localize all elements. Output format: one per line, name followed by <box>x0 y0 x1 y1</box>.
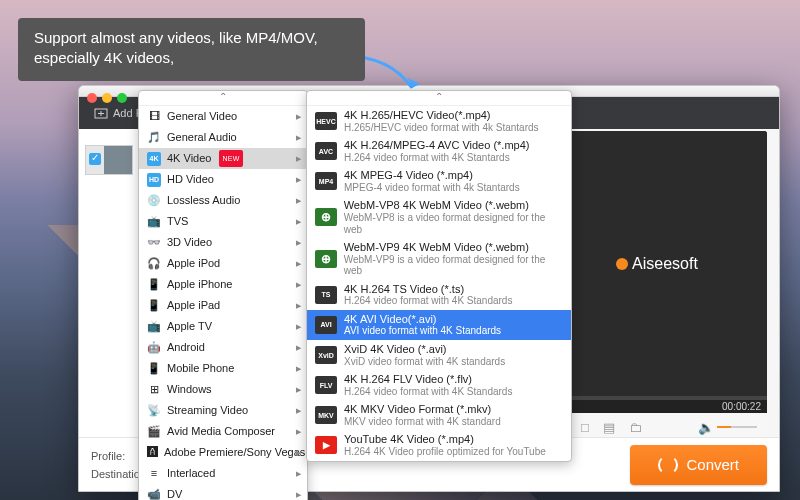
format-item[interactable]: TS4K H.264 TS Video (*.ts)H.264 video fo… <box>307 280 571 310</box>
add-file-icon <box>94 106 108 120</box>
category-item[interactable]: ≡Interlaced <box>139 463 307 484</box>
category-icon: 🎵 <box>147 131 161 145</box>
category-icon: 📹 <box>147 488 161 501</box>
category-label: Apple iPod <box>167 255 220 272</box>
category-icon: 📡 <box>147 404 161 418</box>
category-item[interactable]: HDHD Video <box>139 169 307 190</box>
scroll-up-button[interactable]: ⌃ <box>139 91 307 106</box>
category-icon: 🤖 <box>147 341 161 355</box>
category-item[interactable]: ⊞Windows <box>139 379 307 400</box>
format-desc: H.264 video format with 4K Standards <box>344 295 512 307</box>
stop-icon[interactable]: □ <box>581 420 589 435</box>
category-label: General Video <box>167 108 237 125</box>
video-thumbnail[interactable] <box>85 145 133 175</box>
format-icon: AVI <box>315 316 337 334</box>
zoom-icon[interactable] <box>117 93 127 103</box>
format-item[interactable]: ▶YouTube 4K Video (*.mp4)H.264 4K Video … <box>307 430 571 460</box>
category-label: Mobile Phone <box>167 360 234 377</box>
category-label: Adobe Premiere/Sony Vegas <box>164 444 305 461</box>
category-item[interactable]: 📺TVS <box>139 211 307 232</box>
folder-icon[interactable]: 🗀 <box>629 420 642 435</box>
format-item[interactable]: ⊕WebM-VP9 4K WebM Video (*.webm)WebM-VP9… <box>307 238 571 280</box>
format-submenu[interactable]: ⌃ HEVC4K H.265/HEVC Video(*.mp4)H.265/HE… <box>306 90 572 462</box>
new-badge: NEW <box>219 150 242 167</box>
format-desc: MPEG-4 video format with 4k Stantards <box>344 182 520 194</box>
format-title: 4K H.265/HEVC Video(*.mp4) <box>344 109 539 122</box>
format-text: YouTube 4K Video (*.mp4)H.264 4K Video p… <box>344 433 546 457</box>
format-text: 4K H.264/MPEG-4 AVC Video (*.mp4)H.264 v… <box>344 139 529 163</box>
format-icon: MKV <box>315 406 337 424</box>
check-icon[interactable] <box>89 153 101 165</box>
volume-control[interactable]: 🔈 <box>698 420 757 435</box>
format-text: 4K MKV Video Format (*.mkv)MKV video for… <box>344 403 501 427</box>
format-item[interactable]: HEVC4K H.265/HEVC Video(*.mp4)H.265/HEVC… <box>307 106 571 136</box>
category-icon: 📱 <box>147 299 161 313</box>
convert-button[interactable]: Convert <box>630 445 767 485</box>
category-label: Apple TV <box>167 318 212 335</box>
category-label: Lossless Audio <box>167 192 240 209</box>
category-item[interactable]: 📱Mobile Phone <box>139 358 307 379</box>
category-item[interactable]: 🎵General Audio <box>139 127 307 148</box>
format-desc: WebM-VP8 is a video format designed for … <box>344 212 563 235</box>
category-item[interactable]: 🎧Apple iPod <box>139 253 307 274</box>
category-item[interactable]: 🎬Avid Media Composer <box>139 421 307 442</box>
category-item[interactable]: 👓3D Video <box>139 232 307 253</box>
format-item[interactable]: AVC4K H.264/MPEG-4 AVC Video (*.mp4)H.26… <box>307 136 571 166</box>
category-item[interactable]: 📱Apple iPhone <box>139 274 307 295</box>
format-title: YouTube 4K Video (*.mp4) <box>344 433 546 446</box>
category-label: HD Video <box>167 171 214 188</box>
format-item[interactable]: ⊕WebM-VP8 4K WebM Video (*.webm)WebM-VP8… <box>307 196 571 238</box>
category-item[interactable]: 📡Streaming Video <box>139 400 307 421</box>
profile-label: Profile: <box>91 450 125 462</box>
format-icon: HEVC <box>315 112 337 130</box>
format-text: 4K MPEG-4 Video (*.mp4)MPEG-4 video form… <box>344 169 520 193</box>
svg-rect-4 <box>717 426 731 428</box>
category-menu[interactable]: ⌃ 🎞General Video🎵General Audio4K4K Video… <box>138 90 308 500</box>
youtube-icon: ▶ <box>315 436 337 454</box>
category-item[interactable]: 🎞General Video <box>139 106 307 127</box>
format-title: XviD 4K Video (*.avi) <box>344 343 505 356</box>
format-desc: H.264 video format with 4K Stantards <box>344 152 529 164</box>
minimize-icon[interactable] <box>102 93 112 103</box>
progress-bar[interactable] <box>547 396 767 400</box>
category-item[interactable]: 4K4K VideoNEW <box>139 148 307 169</box>
category-icon: 🎞 <box>147 110 161 124</box>
category-label: Avid Media Composer <box>167 423 275 440</box>
format-item[interactable]: AVI4K AVI Video(*.avi)AVI video format w… <box>307 310 571 340</box>
category-label: Interlaced <box>167 465 215 482</box>
category-label: 4K Video <box>167 150 211 167</box>
format-text: WebM-VP9 4K WebM Video (*.webm)WebM-VP9 … <box>344 241 563 277</box>
category-item[interactable]: 🅰Adobe Premiere/Sony Vegas <box>139 442 307 463</box>
format-text: WebM-VP8 4K WebM Video (*.webm)WebM-VP8 … <box>344 199 563 235</box>
feature-callout: Support almost any videos, like MP4/MOV,… <box>18 18 365 81</box>
category-label: Apple iPad <box>167 297 220 314</box>
format-icon: XviD <box>315 346 337 364</box>
category-item[interactable]: 📱Apple iPad <box>139 295 307 316</box>
category-label: DV <box>167 486 182 500</box>
category-icon: ≡ <box>147 467 161 481</box>
category-item[interactable]: 🤖Android <box>139 337 307 358</box>
close-icon[interactable] <box>87 93 97 103</box>
category-label: Windows <box>167 381 212 398</box>
category-icon: ⊞ <box>147 383 161 397</box>
convert-label: Convert <box>686 456 739 473</box>
category-item[interactable]: 📹DV <box>139 484 307 500</box>
format-title: 4K H.264/MPEG-4 AVC Video (*.mp4) <box>344 139 529 152</box>
chevron-up-icon: ⌃ <box>219 91 227 102</box>
category-icon: 📱 <box>147 278 161 292</box>
snapshot-icon[interactable]: ▤ <box>603 420 615 435</box>
category-item[interactable]: 📺Apple TV <box>139 316 307 337</box>
format-item[interactable]: MKV4K MKV Video Format (*.mkv)MKV video … <box>307 400 571 430</box>
scroll-up-button[interactable]: ⌃ <box>307 91 571 106</box>
format-title: 4K AVI Video(*.avi) <box>344 313 501 326</box>
format-desc: H.265/HEVC video format with 4k Stantard… <box>344 122 539 134</box>
category-item[interactable]: 💿Lossless Audio <box>139 190 307 211</box>
format-item[interactable]: FLV4K H.264 FLV Video (*.flv)H.264 video… <box>307 370 571 400</box>
format-item[interactable]: MP44K MPEG-4 Video (*.mp4)MPEG-4 video f… <box>307 166 571 196</box>
format-text: 4K H.265/HEVC Video(*.mp4)H.265/HEVC vid… <box>344 109 539 133</box>
format-item[interactable]: XviDXviD 4K Video (*.avi)XviD video form… <box>307 340 571 370</box>
format-icon: FLV <box>315 376 337 394</box>
preview-panel: Aiseesoft 00:00:22 ▷ □ ▤ 🗀 🔈 <box>547 131 767 441</box>
format-desc: WebM-VP9 is a video format designed for … <box>344 254 563 277</box>
format-desc: AVI video format with 4K Standards <box>344 325 501 337</box>
